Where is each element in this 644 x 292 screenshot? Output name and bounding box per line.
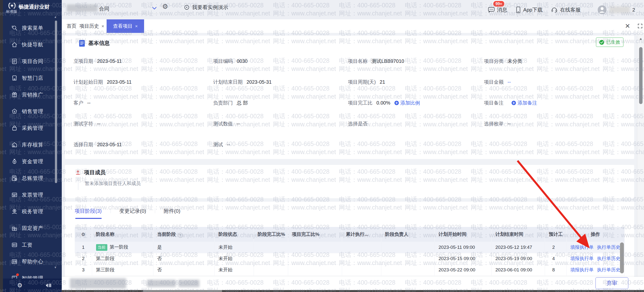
sidebar-item[interactable]: 智慧门店: [3, 70, 62, 86]
topbar-right-cluster: 消息 99+ App下载 在线客服: [488, 0, 635, 19]
section-tab[interactable]: 项目阶段(3): [75, 208, 102, 214]
settings-gear-icon[interactable]: ⚙: [17, 282, 22, 289]
project-completion-cell: [288, 242, 342, 253]
field-value: 0.00%: [376, 100, 390, 106]
add-link[interactable]: 添加备注: [512, 100, 537, 106]
taskbar-edge: [62, 290, 644, 292]
field: 测试数值 --: [213, 113, 348, 134]
planned-start-cell: 2023-05-15 09:00: [434, 253, 491, 264]
help-icon[interactable]: ?: [178, 233, 183, 238]
workspace-selector[interactable]: 合同: [99, 6, 109, 12]
planned-end-cell: 2023-05-19 09:00: [491, 253, 545, 264]
tab-label: 首页: [67, 23, 76, 30]
sidebar-item[interactable]: 智能管理: [3, 270, 62, 278]
sidebar: 畅捷通好业财 标准版 搜索菜单 快捷导航 项目: [3, 0, 62, 292]
workspace-name-redacted: [67, 5, 98, 12]
col-estimated-work: 预计工: [545, 227, 566, 242]
page-scrollbar[interactable]: ▲: [637, 33, 644, 277]
estimated-work-cell: 8: [545, 264, 566, 275]
field: 选择是否: [348, 113, 484, 134]
check-circle-icon: [599, 40, 604, 45]
sidebar-item[interactable]: 资金管理: [3, 153, 62, 170]
scroll-up-icon[interactable]: ▲: [638, 37, 644, 41]
fill-execution-order-link[interactable]: 填报执行单: [570, 245, 594, 250]
sidebar-item[interactable]: 快捷导航: [3, 36, 62, 53]
tab[interactable]: 首页: [66, 19, 77, 33]
taskbar-item: [143, 290, 222, 292]
table-row: 2 第二阶段 否 未开始 2023-05-15 09:00 2023-05-: [75, 253, 624, 264]
abandon-approval-button[interactable]: 弃审: [596, 277, 628, 289]
person-icon: [75, 170, 81, 176]
sidebar-item[interactable]: 营销推广: [3, 86, 62, 103]
sidebar-item[interactable]: 项目合同: [3, 53, 62, 70]
fill-execution-order-link[interactable]: 填报执行单: [570, 256, 594, 261]
fullscreen-icon[interactable]: [637, 23, 643, 30]
section-tab[interactable]: 变更记录(0): [119, 208, 146, 214]
page-scrollbar-thumb[interactable]: [639, 47, 642, 104]
stage-table: ⚙ 阶段名称 当前阶段? 阶段状态 阶段完工比% 项目完工比% 累计执行... …: [75, 227, 625, 276]
user-menu[interactable]: 2: [598, 5, 635, 15]
sidebar-item[interactable]: 工资: [3, 237, 62, 253]
sidebar-item[interactable]: 税务管理: [3, 203, 62, 220]
stage-name-cell: 第三阶段: [92, 264, 153, 275]
execution-order-history-link[interactable]: 执行单历史: [597, 256, 620, 261]
chevron-down-icon[interactable]: [152, 6, 157, 12]
invoice-icon: [11, 191, 18, 198]
table-scrollbar-thumb[interactable]: [620, 242, 624, 273]
field-value: 21: [380, 79, 385, 85]
execution-order-history-link[interactable]: 执行单历史: [597, 245, 620, 250]
col-planned-start: 计划开始时间: [434, 227, 491, 242]
avatar: [598, 5, 607, 15]
column-settings-gear-icon[interactable]: ⚙: [75, 227, 92, 242]
stage-name-cell: 第二阶段: [92, 253, 153, 264]
tab[interactable]: 项目历史 ×: [79, 19, 105, 33]
topbar-gear-icon[interactable]: ⚙: [162, 4, 168, 10]
close-tab-icon[interactable]: ×: [135, 24, 138, 29]
menu-scroll-down-icon[interactable]: ▼: [52, 266, 59, 269]
sidebar-item[interactable]: 库存核算: [3, 136, 62, 153]
col-project-completion: 项目完工比%: [288, 227, 342, 242]
stage-completion-cell: [254, 242, 288, 253]
actions-cell: 填报执行单执行单历史: [566, 264, 624, 275]
sidebar-item-label: 税务管理: [22, 208, 43, 215]
section-tab[interactable]: 附件(0): [164, 208, 180, 214]
sidebar-item[interactable]: 发票管理: [3, 187, 62, 203]
col-actions: 操作: [566, 227, 624, 242]
sidebar-item[interactable]: 固定资产: [3, 220, 62, 237]
sidebar-item-label: 销售管理: [22, 108, 43, 115]
menu-scrollbar-thumb[interactable]: [55, 21, 57, 183]
table-row: 3 第三阶段 否 未开始 2023-05-22 09:00 2023-06-: [75, 264, 624, 275]
sidebar-item[interactable]: 搜索菜单: [3, 20, 62, 36]
sidebar-item[interactable]: 销售管理: [3, 103, 62, 120]
field: 项目编码 0030: [213, 51, 348, 72]
phone-icon: [516, 6, 521, 13]
demo-button[interactable]: 我要看实例演示: [184, 4, 228, 11]
status-text: 已生效: [606, 39, 620, 45]
purchase-icon: [11, 125, 18, 131]
planned-end-cell: 2023-05-12 19:47: [491, 242, 545, 253]
help-icon: [11, 258, 18, 265]
close-view-icon[interactable]: ✕: [625, 22, 630, 30]
field-value: --: [87, 100, 90, 106]
stage-owner-cell: [381, 264, 434, 275]
home-icon: [11, 41, 18, 48]
actions-cell: 填报执行单执行单历史: [566, 242, 624, 253]
cumulative-exec-cell: [342, 264, 381, 275]
close-tab-icon[interactable]: ×: [102, 24, 104, 29]
status-badge: 已生效: [596, 38, 624, 47]
add-link[interactable]: 添加比例: [394, 100, 420, 106]
field-label: 测试字符: [74, 120, 93, 127]
fill-execution-order-link[interactable]: 填报执行单: [570, 267, 594, 272]
app-download-button[interactable]: App下载: [516, 6, 542, 13]
divider: [589, 6, 589, 14]
online-support-button[interactable]: 在线客服: [551, 6, 580, 13]
menu-scroll-up-icon[interactable]: ▲: [52, 15, 59, 19]
execution-order-history-link[interactable]: 执行单历史: [597, 267, 620, 272]
tab[interactable]: 查看项目 ×: [106, 19, 144, 33]
col-stage-status: 阶段状态: [214, 227, 254, 242]
sidebar-item[interactable]: 总账管理: [3, 170, 62, 187]
sidebar-item[interactable]: 采购管理: [3, 120, 62, 136]
section-title-members: 项目成员: [84, 169, 106, 176]
collapse-sidebar-icon[interactable]: [45, 282, 52, 288]
messages-button[interactable]: 消息 99+: [488, 6, 507, 13]
